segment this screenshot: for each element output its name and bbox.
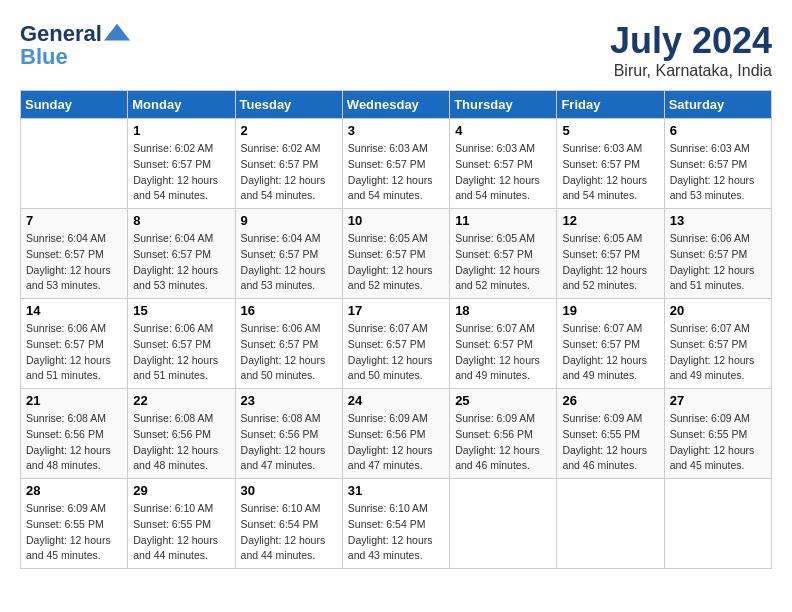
day-number: 17 xyxy=(348,303,444,318)
day-number: 3 xyxy=(348,123,444,138)
day-info: Sunrise: 6:02 AMSunset: 6:57 PMDaylight:… xyxy=(133,141,229,204)
day-number: 22 xyxy=(133,393,229,408)
calendar-cell: 10Sunrise: 6:05 AMSunset: 6:57 PMDayligh… xyxy=(342,209,449,299)
calendar-cell xyxy=(21,119,128,209)
week-row: 21Sunrise: 6:08 AMSunset: 6:56 PMDayligh… xyxy=(21,389,772,479)
day-number: 7 xyxy=(26,213,122,228)
calendar-cell xyxy=(557,479,664,569)
calendar-cell: 14Sunrise: 6:06 AMSunset: 6:57 PMDayligh… xyxy=(21,299,128,389)
day-number: 14 xyxy=(26,303,122,318)
calendar-cell: 13Sunrise: 6:06 AMSunset: 6:57 PMDayligh… xyxy=(664,209,771,299)
day-number: 25 xyxy=(455,393,551,408)
day-info: Sunrise: 6:10 AMSunset: 6:54 PMDaylight:… xyxy=(348,501,444,564)
calendar-cell: 9Sunrise: 6:04 AMSunset: 6:57 PMDaylight… xyxy=(235,209,342,299)
day-number: 2 xyxy=(241,123,337,138)
day-info: Sunrise: 6:03 AMSunset: 6:57 PMDaylight:… xyxy=(670,141,766,204)
day-info: Sunrise: 6:07 AMSunset: 6:57 PMDaylight:… xyxy=(455,321,551,384)
day-info: Sunrise: 6:04 AMSunset: 6:57 PMDaylight:… xyxy=(133,231,229,294)
calendar-cell: 4Sunrise: 6:03 AMSunset: 6:57 PMDaylight… xyxy=(450,119,557,209)
calendar-cell: 20Sunrise: 6:07 AMSunset: 6:57 PMDayligh… xyxy=(664,299,771,389)
day-number: 20 xyxy=(670,303,766,318)
calendar-cell xyxy=(450,479,557,569)
day-info: Sunrise: 6:03 AMSunset: 6:57 PMDaylight:… xyxy=(455,141,551,204)
month-year: July 2024 xyxy=(610,20,772,62)
week-row: 28Sunrise: 6:09 AMSunset: 6:55 PMDayligh… xyxy=(21,479,772,569)
calendar-cell: 15Sunrise: 6:06 AMSunset: 6:57 PMDayligh… xyxy=(128,299,235,389)
day-number: 10 xyxy=(348,213,444,228)
day-info: Sunrise: 6:06 AMSunset: 6:57 PMDaylight:… xyxy=(133,321,229,384)
day-number: 5 xyxy=(562,123,658,138)
calendar-cell: 6Sunrise: 6:03 AMSunset: 6:57 PMDaylight… xyxy=(664,119,771,209)
day-info: Sunrise: 6:09 AMSunset: 6:55 PMDaylight:… xyxy=(670,411,766,474)
day-info: Sunrise: 6:03 AMSunset: 6:57 PMDaylight:… xyxy=(348,141,444,204)
calendar-cell: 22Sunrise: 6:08 AMSunset: 6:56 PMDayligh… xyxy=(128,389,235,479)
calendar-cell: 30Sunrise: 6:10 AMSunset: 6:54 PMDayligh… xyxy=(235,479,342,569)
calendar-cell: 2Sunrise: 6:02 AMSunset: 6:57 PMDaylight… xyxy=(235,119,342,209)
day-number: 19 xyxy=(562,303,658,318)
calendar-cell: 25Sunrise: 6:09 AMSunset: 6:56 PMDayligh… xyxy=(450,389,557,479)
calendar-cell: 11Sunrise: 6:05 AMSunset: 6:57 PMDayligh… xyxy=(450,209,557,299)
calendar-cell: 27Sunrise: 6:09 AMSunset: 6:55 PMDayligh… xyxy=(664,389,771,479)
day-number: 16 xyxy=(241,303,337,318)
calendar-cell: 1Sunrise: 6:02 AMSunset: 6:57 PMDaylight… xyxy=(128,119,235,209)
day-info: Sunrise: 6:07 AMSunset: 6:57 PMDaylight:… xyxy=(562,321,658,384)
calendar-cell: 7Sunrise: 6:04 AMSunset: 6:57 PMDaylight… xyxy=(21,209,128,299)
day-header-tuesday: Tuesday xyxy=(235,91,342,119)
calendar-cell: 28Sunrise: 6:09 AMSunset: 6:55 PMDayligh… xyxy=(21,479,128,569)
day-info: Sunrise: 6:04 AMSunset: 6:57 PMDaylight:… xyxy=(241,231,337,294)
day-number: 24 xyxy=(348,393,444,408)
calendar-cell: 12Sunrise: 6:05 AMSunset: 6:57 PMDayligh… xyxy=(557,209,664,299)
calendar-cell: 19Sunrise: 6:07 AMSunset: 6:57 PMDayligh… xyxy=(557,299,664,389)
day-info: Sunrise: 6:05 AMSunset: 6:57 PMDaylight:… xyxy=(455,231,551,294)
day-number: 31 xyxy=(348,483,444,498)
day-number: 9 xyxy=(241,213,337,228)
day-info: Sunrise: 6:05 AMSunset: 6:57 PMDaylight:… xyxy=(562,231,658,294)
calendar-cell xyxy=(664,479,771,569)
day-number: 21 xyxy=(26,393,122,408)
day-number: 27 xyxy=(670,393,766,408)
day-info: Sunrise: 6:08 AMSunset: 6:56 PMDaylight:… xyxy=(26,411,122,474)
calendar-table: SundayMondayTuesdayWednesdayThursdayFrid… xyxy=(20,90,772,569)
day-number: 26 xyxy=(562,393,658,408)
calendar-cell: 3Sunrise: 6:03 AMSunset: 6:57 PMDaylight… xyxy=(342,119,449,209)
day-header-monday: Monday xyxy=(128,91,235,119)
day-number: 15 xyxy=(133,303,229,318)
calendar-cell: 23Sunrise: 6:08 AMSunset: 6:56 PMDayligh… xyxy=(235,389,342,479)
title-area: July 2024 Birur, Karnataka, India xyxy=(610,20,772,80)
calendar-cell: 18Sunrise: 6:07 AMSunset: 6:57 PMDayligh… xyxy=(450,299,557,389)
calendar-cell: 16Sunrise: 6:06 AMSunset: 6:57 PMDayligh… xyxy=(235,299,342,389)
day-header-thursday: Thursday xyxy=(450,91,557,119)
week-row: 14Sunrise: 6:06 AMSunset: 6:57 PMDayligh… xyxy=(21,299,772,389)
day-info: Sunrise: 6:04 AMSunset: 6:57 PMDaylight:… xyxy=(26,231,122,294)
day-number: 29 xyxy=(133,483,229,498)
day-header-sunday: Sunday xyxy=(21,91,128,119)
calendar-cell: 17Sunrise: 6:07 AMSunset: 6:57 PMDayligh… xyxy=(342,299,449,389)
calendar-cell: 31Sunrise: 6:10 AMSunset: 6:54 PMDayligh… xyxy=(342,479,449,569)
day-info: Sunrise: 6:09 AMSunset: 6:55 PMDaylight:… xyxy=(562,411,658,474)
day-number: 1 xyxy=(133,123,229,138)
day-number: 12 xyxy=(562,213,658,228)
logo-text: General xyxy=(20,23,102,45)
day-info: Sunrise: 6:07 AMSunset: 6:57 PMDaylight:… xyxy=(670,321,766,384)
day-number: 4 xyxy=(455,123,551,138)
calendar-cell: 26Sunrise: 6:09 AMSunset: 6:55 PMDayligh… xyxy=(557,389,664,479)
calendar-cell: 5Sunrise: 6:03 AMSunset: 6:57 PMDaylight… xyxy=(557,119,664,209)
day-info: Sunrise: 6:08 AMSunset: 6:56 PMDaylight:… xyxy=(241,411,337,474)
day-info: Sunrise: 6:05 AMSunset: 6:57 PMDaylight:… xyxy=(348,231,444,294)
day-info: Sunrise: 6:06 AMSunset: 6:57 PMDaylight:… xyxy=(26,321,122,384)
week-row: 1Sunrise: 6:02 AMSunset: 6:57 PMDaylight… xyxy=(21,119,772,209)
day-info: Sunrise: 6:08 AMSunset: 6:56 PMDaylight:… xyxy=(133,411,229,474)
day-info: Sunrise: 6:02 AMSunset: 6:57 PMDaylight:… xyxy=(241,141,337,204)
day-number: 30 xyxy=(241,483,337,498)
location: Birur, Karnataka, India xyxy=(610,62,772,80)
day-number: 6 xyxy=(670,123,766,138)
day-header-wednesday: Wednesday xyxy=(342,91,449,119)
calendar-cell: 21Sunrise: 6:08 AMSunset: 6:56 PMDayligh… xyxy=(21,389,128,479)
day-info: Sunrise: 6:09 AMSunset: 6:56 PMDaylight:… xyxy=(348,411,444,474)
day-info: Sunrise: 6:09 AMSunset: 6:55 PMDaylight:… xyxy=(26,501,122,564)
day-number: 18 xyxy=(455,303,551,318)
calendar-cell: 29Sunrise: 6:10 AMSunset: 6:55 PMDayligh… xyxy=(128,479,235,569)
calendar-body: 1Sunrise: 6:02 AMSunset: 6:57 PMDaylight… xyxy=(21,119,772,569)
logo-icon xyxy=(104,20,132,48)
day-info: Sunrise: 6:06 AMSunset: 6:57 PMDaylight:… xyxy=(670,231,766,294)
